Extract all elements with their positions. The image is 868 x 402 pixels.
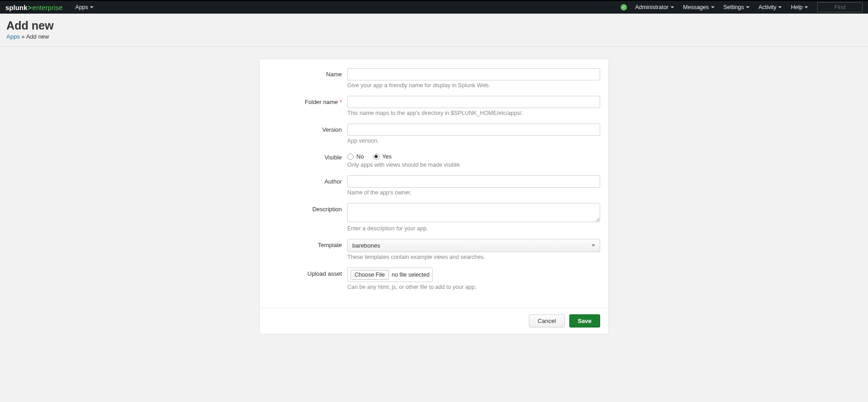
caret-down-icon (804, 6, 808, 8)
caret-down-icon (778, 6, 782, 8)
visible-help: Only apps with views should be made visi… (347, 162, 600, 168)
name-label: Name (268, 68, 347, 78)
caret-down-icon (746, 6, 750, 8)
settings-label: Settings (724, 4, 744, 10)
caret-down-icon (671, 6, 674, 8)
author-label: Author (268, 175, 347, 185)
logo-enterprise: enterprise (32, 4, 63, 11)
visible-yes-label: Yes (382, 153, 392, 160)
apps-menu-label: Apps (75, 4, 89, 10)
messages-menu[interactable]: Messages (679, 0, 719, 14)
version-input[interactable] (347, 124, 600, 136)
help-menu[interactable]: Help (786, 0, 813, 14)
version-label: Version (268, 124, 347, 133)
name-help: Give your app a friendly name for displa… (347, 82, 600, 89)
radio-icon (347, 154, 354, 160)
visible-no-radio[interactable]: No (347, 153, 364, 160)
breadcrumb-apps-link[interactable]: Apps (6, 33, 20, 40)
status-ok-icon[interactable] (621, 4, 627, 10)
folder-input[interactable] (347, 96, 600, 108)
activity-label: Activity (759, 4, 777, 10)
caret-down-icon (90, 6, 94, 8)
author-help: Name of the app's owner. (347, 189, 600, 196)
apps-menu[interactable]: Apps (71, 0, 99, 14)
topbar: splunk>enterprise Apps Administrator Mes… (0, 0, 868, 14)
visible-label: Visible (268, 151, 347, 161)
administrator-menu[interactable]: Administrator (631, 0, 679, 14)
form-footer: Cancel Save (260, 308, 608, 334)
required-marker: * (340, 99, 342, 105)
breadcrumb: Apps » Add new (6, 33, 862, 40)
template-help: These templates contain example views an… (347, 254, 600, 260)
page-title: Add new (6, 19, 862, 32)
page-header: Add new Apps » Add new (0, 14, 868, 47)
logo[interactable]: splunk>enterprise (5, 4, 63, 11)
breadcrumb-current: Add new (26, 33, 49, 40)
template-label: Template (268, 239, 347, 248)
messages-label: Messages (683, 4, 709, 10)
breadcrumb-sep: » (20, 33, 26, 40)
cancel-button[interactable]: Cancel (529, 314, 564, 328)
description-help: Enter a description for your app. (347, 225, 600, 232)
caret-down-icon (711, 6, 715, 8)
folder-label: Folder name (305, 99, 338, 105)
caret-down-icon (592, 244, 595, 247)
upload-file-field[interactable]: Choose File no file selected (347, 268, 433, 282)
choose-file-button[interactable]: Choose File (350, 270, 389, 280)
template-selected: barebones (352, 242, 380, 249)
find-input[interactable] (817, 2, 863, 12)
activity-menu[interactable]: Activity (754, 0, 787, 14)
name-input[interactable] (347, 68, 600, 80)
logo-splunk: splunk (5, 4, 27, 11)
visible-no-label: No (356, 153, 364, 160)
logo-chevron-icon: > (28, 4, 32, 11)
description-label: Description (268, 203, 347, 213)
form-panel: Name Give your app a friendly name for d… (259, 59, 609, 334)
save-button[interactable]: Save (569, 314, 600, 328)
template-select[interactable]: barebones (347, 239, 600, 252)
upload-help: Can be any html, js, or other file to ad… (347, 284, 600, 290)
help-label: Help (791, 4, 803, 10)
author-input[interactable] (347, 175, 600, 188)
upload-label: Upload asset (268, 268, 347, 277)
settings-menu[interactable]: Settings (719, 0, 754, 14)
folder-help: This name maps to the app's directory in… (347, 110, 600, 116)
administrator-label: Administrator (635, 4, 669, 10)
description-input[interactable] (347, 203, 600, 222)
visible-yes-radio[interactable]: Yes (373, 153, 392, 160)
file-status: no file selected (392, 272, 429, 278)
version-help: App version. (347, 138, 600, 144)
radio-checked-icon (373, 154, 380, 160)
